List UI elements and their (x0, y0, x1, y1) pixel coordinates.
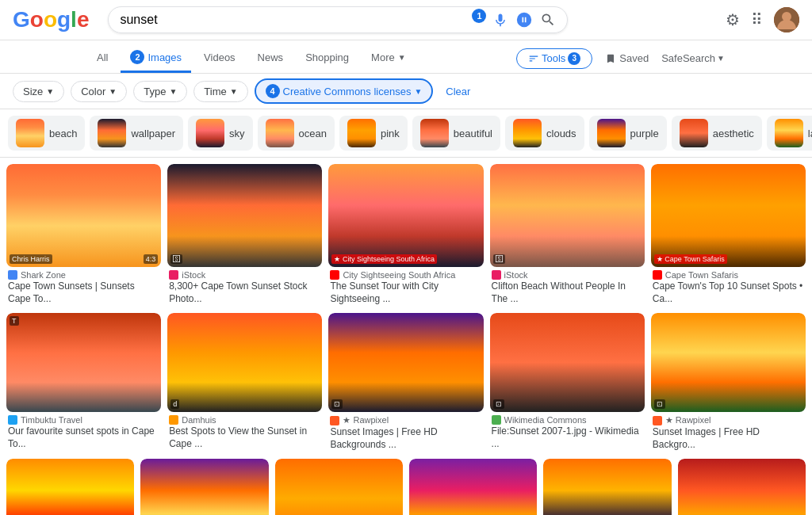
chip-landscape[interactable]: landscape (767, 116, 812, 151)
chip-aesthetic-img (680, 119, 708, 147)
image-card-14[interactable] (409, 459, 537, 515)
chip-ocean[interactable]: ocean (258, 116, 335, 151)
chips-bar: beach wallpaper sky ocean pink beautiful… (0, 109, 812, 158)
chip-sky[interactable]: sky (188, 116, 253, 151)
size-filter[interactable]: Size ▼ (13, 81, 64, 102)
image-grid-row2: T Timbuktu Travel Our favourite sunset s… (0, 313, 812, 459)
chip-beach-img (16, 119, 44, 147)
chip-clouds-img (513, 119, 542, 147)
tools-badge: 3 (568, 52, 580, 65)
image-card-10[interactable]: ⊡ ★ Rawpixel Sunset Images | Free HD Bac… (651, 313, 806, 452)
image-grid-row1: Chris Harris 4:3 Shark Zone Cape Town Su… (0, 158, 812, 313)
tab-images[interactable]: 2 Images (121, 44, 191, 73)
search-input[interactable]: sunset (120, 13, 470, 27)
chip-beautiful-img (420, 119, 449, 147)
chip-pink[interactable]: pink (339, 116, 408, 151)
header: Google sunset 1 ⚙ ⠿ (0, 0, 812, 40)
chip-ocean-img (266, 119, 294, 147)
image-card-3[interactable]: ★ City Sightseeing South Africa City Sig… (328, 164, 483, 307)
nav-right: Tools 3 Saved SafeSearch ▼ (516, 48, 725, 69)
image-card-15[interactable] (543, 459, 671, 515)
image-card-4[interactable]: 🅂 iStock Clifton Beach Without People In… (490, 164, 645, 307)
tab-more[interactable]: More ▼ (362, 45, 416, 72)
image-card-9[interactable]: ⊡ Wikimedia Commons File:Sunset 2007-1.j… (490, 313, 645, 452)
image-card-7[interactable]: d Damhuis Best Spots to View the Sunset … (167, 313, 322, 452)
chip-wallpaper-img (98, 119, 126, 147)
image-card-11[interactable] (6, 459, 134, 515)
settings-icon[interactable]: ⚙ (726, 10, 740, 29)
image-grid-row3 (0, 459, 812, 515)
apps-icon[interactable]: ⠿ (751, 10, 763, 29)
image-card-8[interactable]: ⊡ ★ Rawpixel Sunset Images | Free HD Bac… (328, 313, 483, 452)
chip-beach[interactable]: beach (8, 116, 85, 151)
chip-clouds[interactable]: clouds (505, 116, 584, 151)
image-card-1[interactable]: Chris Harris 4:3 Shark Zone Cape Town Su… (6, 164, 161, 307)
search-icon[interactable] (540, 12, 556, 28)
lens-icon[interactable] (516, 12, 532, 28)
safesearch-button[interactable]: SafeSearch ▼ (661, 52, 725, 64)
tools-button[interactable]: Tools 3 (516, 48, 592, 69)
google-logo[interactable]: Google (13, 7, 89, 32)
image-card-12[interactable] (140, 459, 268, 515)
chip-wallpaper[interactable]: wallpaper (90, 116, 183, 151)
search-badge: 1 (472, 9, 486, 23)
type-filter[interactable]: Type ▼ (133, 81, 187, 102)
image-card-6[interactable]: T Timbuktu Travel Our favourite sunset s… (6, 313, 161, 452)
chip-pink-img (347, 119, 376, 147)
time-filter[interactable]: Time ▼ (193, 81, 247, 102)
saved-button[interactable]: Saved (605, 52, 649, 64)
chip-landscape-img (775, 119, 803, 147)
tab-news[interactable]: News (248, 45, 293, 72)
chip-purple-img (597, 119, 626, 147)
search-bar: sunset 1 (108, 6, 568, 33)
filter-bar: Size ▼ Color ▼ Type ▼ Time ▼ 4 Creative … (0, 74, 812, 109)
color-filter[interactable]: Color ▼ (71, 81, 127, 102)
tab-shopping[interactable]: Shopping (296, 45, 358, 72)
chip-aesthetic[interactable]: aesthetic (672, 116, 762, 151)
clear-button[interactable]: Clear (439, 82, 477, 101)
tab-all[interactable]: All (87, 45, 117, 72)
image-card-2[interactable]: 🅂 iStock 8,300+ Cape Town Sunset Stock P… (167, 164, 322, 307)
tab-images-badge: 2 (130, 50, 144, 64)
tab-videos[interactable]: Videos (194, 45, 245, 72)
chip-sky-img (196, 119, 224, 147)
creative-commons-badge: 4 (266, 84, 280, 98)
mic-icon[interactable] (492, 12, 508, 28)
image-card-13[interactable] (275, 459, 403, 515)
header-right: ⚙ ⠿ (726, 7, 799, 32)
nav-tabs: All 2 Images Videos News Shopping More ▼… (0, 40, 812, 74)
avatar[interactable] (774, 7, 799, 32)
chip-purple[interactable]: purple (589, 116, 667, 151)
image-card-5[interactable]: ★ Cape Town Safaris Cape Town Safaris Ca… (651, 164, 806, 307)
chip-beautiful[interactable]: beautiful (412, 116, 500, 151)
creative-commons-filter[interactable]: 4 Creative Commons licenses ▼ (255, 78, 434, 104)
image-card-16[interactable] (678, 459, 806, 515)
